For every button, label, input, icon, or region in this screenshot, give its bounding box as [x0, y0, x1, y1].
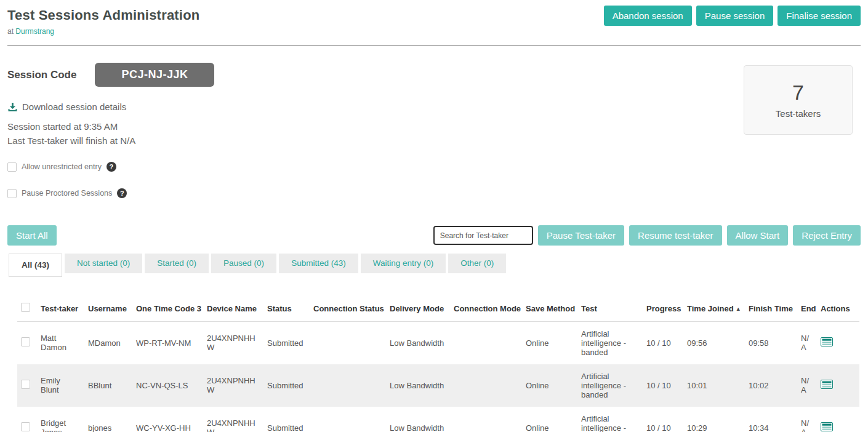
pause-proctored-sessions-row: Pause Proctored Sessions ? — [7, 188, 214, 198]
finalise-session-button[interactable]: Finalise session — [778, 6, 861, 26]
test-takers-table-wrap: Test-taker Username One Time Code 3 Devi… — [0, 295, 868, 432]
col-test-taker[interactable]: Test-taker — [37, 295, 84, 322]
row-details-button[interactable] — [821, 337, 833, 346]
reject-entry-button[interactable]: Reject Entry — [793, 225, 861, 246]
tab-started[interactable]: Started (0) — [145, 254, 209, 273]
cell-time-joined: 10:01 — [683, 364, 745, 407]
row-details-button[interactable] — [821, 380, 833, 389]
cell-test-taker: Bridget Jones — [37, 407, 84, 432]
col-progress[interactable]: Progress — [643, 295, 683, 322]
details-table-icon — [821, 380, 833, 389]
test-takers-table: Test-taker Username One Time Code 3 Devi… — [17, 295, 859, 432]
pause-proctored-sessions-label: Pause Proctored Sessions — [22, 189, 112, 198]
session-code-badge: PCJ-NJ-JJK — [95, 63, 214, 87]
cell-delivery-mode: Low Bandwidth — [386, 407, 450, 432]
allow-start-button[interactable]: Allow Start — [727, 225, 789, 246]
col-test[interactable]: Test — [577, 295, 643, 322]
session-area: Session Code PCJ-NJ-JJK Download session… — [0, 46, 868, 198]
cell-username: bjones — [84, 407, 132, 432]
session-code-row: Session Code PCJ-NJ-JJK — [7, 63, 214, 87]
row-select-checkbox[interactable] — [21, 422, 30, 431]
status-filter-tabs: All (43) Not started (0) Started (0) Pau… — [0, 254, 868, 277]
subtitle: at Durmstrang — [7, 27, 199, 36]
cell-delivery-mode: Low Bandwidth — [386, 364, 450, 407]
toolbar-right-group: Pause Test-taker Resume test-taker Allow… — [433, 225, 861, 246]
select-all-header — [17, 295, 37, 322]
help-icon[interactable]: ? — [106, 162, 116, 172]
details-table-icon — [821, 337, 833, 346]
session-times: Session started at 9:35 AM Last Test-tak… — [7, 119, 214, 148]
cell-time-joined: 09:56 — [683, 322, 745, 364]
cell-username: MDamon — [84, 322, 132, 364]
col-save-method[interactable]: Save Method — [522, 295, 577, 322]
row-details-button[interactable] — [821, 422, 833, 431]
pause-proctored-sessions-checkbox[interactable] — [7, 189, 17, 198]
cell-connection-status — [310, 364, 386, 407]
col-username[interactable]: Username — [84, 295, 132, 322]
pause-session-button[interactable]: Pause session — [696, 6, 774, 26]
cell-username: BBlunt — [84, 364, 132, 407]
test-takers-count-label: Test-takers — [776, 108, 821, 119]
cell-connection-mode — [450, 407, 522, 432]
tab-not-started[interactable]: Not started (0) — [65, 254, 142, 273]
tab-all[interactable]: All (43) — [9, 254, 62, 277]
cell-finish-time: 09:58 — [745, 322, 797, 364]
col-device-name[interactable]: Device Name — [203, 295, 263, 322]
search-input[interactable] — [433, 226, 533, 245]
pause-test-taker-button[interactable]: Pause Test-taker — [538, 225, 624, 246]
test-takers-count-card: 7 Test-takers — [744, 65, 853, 135]
session-details: Session Code PCJ-NJ-JJK Download session… — [7, 46, 214, 198]
allow-unrestricted-entry-checkbox[interactable] — [7, 162, 17, 172]
details-table-icon — [821, 422, 833, 431]
page-title: Test Sessions Administration — [7, 7, 199, 23]
cell-end: N/A — [797, 322, 817, 364]
cell-progress: 10 / 10 — [643, 364, 683, 407]
cell-test: Artificial intelligence - banded — [577, 322, 643, 364]
cell-end: N/A — [797, 364, 817, 407]
col-delivery-mode[interactable]: Delivery Mode — [386, 295, 450, 322]
tab-submitted[interactable]: Submitted (43) — [279, 254, 358, 273]
table-row: Bridget Jones bjones WC-YV-XG-HH 2U4XNPN… — [17, 407, 859, 432]
col-connection-mode[interactable]: Connection Mode — [450, 295, 522, 322]
cell-finish-time: 10:02 — [745, 364, 797, 407]
select-all-checkbox[interactable] — [21, 303, 30, 312]
col-one-time-code[interactable]: One Time Code 3 — [132, 295, 203, 322]
toolbar: Start All Pause Test-taker Resume test-t… — [0, 225, 868, 246]
resume-test-taker-button[interactable]: Resume test-taker — [629, 225, 722, 246]
start-all-button[interactable]: Start All — [7, 225, 57, 246]
abandon-session-button[interactable]: Abandon session — [604, 6, 692, 26]
col-finish-time[interactable]: Finish Time — [745, 295, 797, 322]
cell-device-name: 2U4XNPNHHW — [203, 322, 263, 364]
download-session-details-link[interactable]: Download session details — [7, 102, 126, 112]
col-connection-status[interactable]: Connection Status — [310, 295, 386, 322]
table-row: Matt Damon MDamon WP-RT-MV-NM 2U4XNPNHHW… — [17, 322, 859, 364]
cell-device-name: 2U4XNPNHHW — [203, 407, 263, 432]
cell-one-time-code: WC-YV-XG-HH — [132, 407, 203, 432]
sort-ascending-icon: ▲ — [736, 306, 741, 312]
cell-connection-mode — [450, 322, 522, 364]
cell-status: Submitted — [263, 407, 310, 432]
title-block: Test Sessions Administration at Durmstra… — [7, 7, 199, 36]
test-takers-count: 7 — [792, 82, 804, 103]
col-status[interactable]: Status — [263, 295, 310, 322]
row-select-checkbox[interactable] — [21, 337, 30, 346]
tab-other[interactable]: Other (0) — [448, 254, 506, 273]
cell-progress: 10 / 10 — [643, 322, 683, 364]
session-started-text: Session started at 9:35 AM — [7, 119, 214, 134]
row-select-checkbox[interactable] — [21, 380, 30, 389]
tab-waiting-entry[interactable]: Waiting entry (0) — [361, 254, 446, 273]
subtitle-prefix: at — [7, 27, 14, 36]
cell-connection-status — [310, 322, 386, 364]
location-link[interactable]: Durmstrang — [15, 27, 54, 36]
cell-delivery-mode: Low Bandwidth — [386, 322, 450, 364]
col-actions: Actions — [817, 295, 859, 322]
col-time-joined[interactable]: Time Joined▲ — [683, 295, 745, 322]
allow-unrestricted-entry-label: Allow unrestricted entry — [22, 162, 102, 171]
tab-paused[interactable]: Paused (0) — [211, 254, 276, 273]
session-action-buttons: Abandon session Pause session Finalise s… — [604, 6, 861, 26]
cell-device-name: 2U4XNPNHHW — [203, 364, 263, 407]
cell-save-method: Online — [522, 364, 577, 407]
help-icon[interactable]: ? — [117, 188, 127, 198]
col-end[interactable]: End — [797, 295, 817, 322]
cell-test: Artificial intelligence - banded (Copy) — [577, 407, 643, 432]
